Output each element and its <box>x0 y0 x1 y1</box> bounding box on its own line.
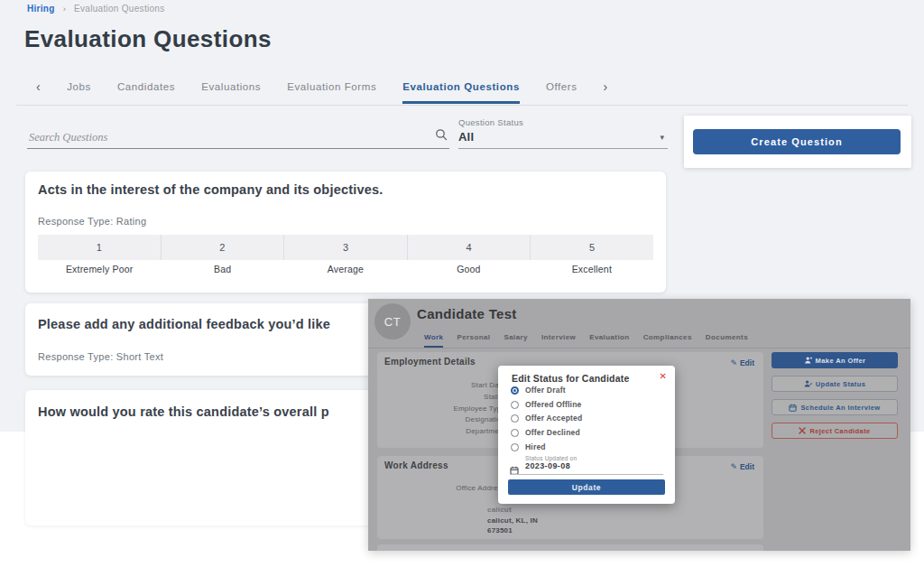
tab-jobs[interactable]: Jobs <box>67 81 91 101</box>
search-field <box>27 123 449 149</box>
rating-scale: 1 2 3 4 5 <box>38 235 653 260</box>
address-line-3: 673501 <box>487 525 538 536</box>
rating-labels: Extremely Poor Bad Average Good Excellen… <box>38 264 653 274</box>
rating-label-2: Bad <box>161 264 283 274</box>
question-text: Please add any additional feedback you’d… <box>38 317 330 331</box>
question-card-1: Acts in the interest of the company and … <box>25 172 666 293</box>
response-type-label: Response Type: Rating <box>38 216 146 227</box>
candidate-tab-interview[interactable]: Interview <box>541 333 576 348</box>
work-address-heading: Work Address <box>384 460 448 470</box>
page-title: Evaluation Questions <box>24 25 272 53</box>
close-icon[interactable]: ✕ <box>660 371 667 381</box>
candidate-tabs-divider <box>368 348 910 349</box>
rating-label-3: Average <box>284 264 407 274</box>
address-line-2: calicut, KL, IN <box>487 516 538 526</box>
tabs-divider <box>16 105 908 106</box>
radio-offer-draft[interactable]: Offer Draft <box>511 386 566 395</box>
field-employee-type: Employee Type <box>377 404 505 415</box>
update-status-button[interactable]: Update Status <box>772 376 898 392</box>
field-department: Department <box>377 426 505 438</box>
field-start-date: Start Date <box>377 380 505 392</box>
employment-field-labels: Start Date Status Employee Type Designat… <box>377 380 505 438</box>
radio-offer-accepted[interactable]: Offer Accepted <box>511 414 582 423</box>
tabs-scroll-right-icon[interactable]: › <box>604 81 608 92</box>
question-status-value: All <box>458 130 474 144</box>
make-an-offer-label: Make An Offer <box>816 357 866 365</box>
schedule-interview-label: Schedule An Interview <box>800 404 880 412</box>
rating-label-1: Extremely Poor <box>38 264 161 274</box>
status-date-field[interactable]: 2023-09-08 <box>525 461 570 470</box>
rating-label-5: Excellent <box>531 264 653 274</box>
work-address-edit-link[interactable]: ✎ Edit <box>730 462 754 471</box>
breadcrumb-current-page: Evaluation Questions <box>74 4 165 14</box>
calendar-icon[interactable] <box>510 462 519 479</box>
calendar-icon <box>789 404 797 412</box>
candidate-tab-documents[interactable]: Documents <box>706 333 748 348</box>
candidate-tab-compliances[interactable]: Compliances <box>643 333 692 348</box>
update-button[interactable]: Update <box>508 479 665 495</box>
candidate-tab-evaluation[interactable]: Evaluation <box>589 333 629 348</box>
make-an-offer-button[interactable]: Make An Offer <box>772 352 898 368</box>
rating-cell-5: 5 <box>531 235 653 260</box>
person-plus-icon <box>804 357 812 364</box>
create-question-panel: Create Question <box>684 116 911 168</box>
modal-title: Edit Status for Candidate <box>512 373 629 384</box>
status-updated-on-label: Status Updated on <box>525 455 577 461</box>
breadcrumb-hiring-link[interactable]: Hiring <box>27 4 55 14</box>
edit-label: Edit <box>740 358 754 367</box>
tab-evaluations[interactable]: Evaluations <box>201 81 261 101</box>
edit-label: Edit <box>740 462 754 471</box>
employment-edit-link[interactable]: ✎ Edit <box>730 358 754 367</box>
candidate-tab-bar: Work Personal Salary Interview Evaluatio… <box>424 333 748 348</box>
x-icon <box>799 427 806 434</box>
rating-cell-3: 3 <box>284 235 408 260</box>
radio-label: Offer Draft <box>525 386 566 395</box>
address-line-1: calicut <box>487 505 538 516</box>
question-text: How would you rate this candidate’s over… <box>38 404 329 419</box>
candidate-tab-work[interactable]: Work <box>424 333 443 348</box>
radio-label: Hired <box>525 442 546 451</box>
tab-evaluation-forms[interactable]: Evaluation Forms <box>287 81 376 101</box>
tab-evaluation-questions[interactable]: Evaluation Questions <box>402 81 520 104</box>
search-icon[interactable] <box>435 128 448 144</box>
candidate-tab-salary[interactable]: Salary <box>504 333 527 348</box>
radio-icon <box>511 401 519 409</box>
tabs-scroll-left-icon[interactable]: ‹ <box>36 81 41 92</box>
candidate-name: Candidate Test <box>417 306 517 321</box>
date-field-underline <box>510 474 663 475</box>
candidate-tab-personal[interactable]: Personal <box>457 333 490 348</box>
schedule-interview-button[interactable]: Schedule An Interview <box>772 399 898 415</box>
tab-bar: ‹ Jobs Candidates Evaluations Evaluation… <box>36 81 608 104</box>
radio-offer-declined[interactable]: Offer Declined <box>511 428 580 437</box>
pencil-icon: ✎ <box>730 463 737 471</box>
rating-label-4: Good <box>407 264 530 274</box>
radio-icon <box>511 429 519 437</box>
response-type-label: Response Type: Short Text <box>38 351 163 362</box>
create-question-button[interactable]: Create Question <box>693 129 901 154</box>
chevron-down-icon[interactable]: ▾ <box>660 133 664 142</box>
candidate-action-buttons: Make An Offer Update Status Schedule An … <box>772 352 898 439</box>
radio-selected-icon <box>511 386 519 395</box>
radio-label: Offer Accepted <box>525 414 582 423</box>
question-status-dropdown[interactable]: Question Status All ▾ <box>458 117 668 149</box>
tab-offers[interactable]: Offers <box>546 81 578 101</box>
radio-offered-offline[interactable]: Offered Offline <box>511 400 582 409</box>
reject-candidate-button[interactable]: Reject Candidate <box>772 423 898 439</box>
tab-candidates[interactable]: Candidates <box>117 81 175 101</box>
radio-label: Offer Declined <box>525 428 580 437</box>
office-address-label: Office Address <box>377 484 505 492</box>
rating-cell-4: 4 <box>408 235 531 260</box>
question-text: Acts in the interest of the company and … <box>38 182 383 197</box>
pencil-icon: ✎ <box>730 359 737 367</box>
search-input[interactable] <box>27 130 424 145</box>
radio-label: Offered Offline <box>525 400 582 409</box>
update-status-label: Update Status <box>816 380 866 388</box>
breadcrumb: Hiring › Evaluation Questions <box>27 4 165 14</box>
radio-hired[interactable]: Hired <box>511 442 546 451</box>
avatar: CT <box>374 303 411 339</box>
rating-cell-2: 2 <box>162 235 285 260</box>
rating-cell-1: 1 <box>38 235 162 260</box>
office-address-value: calicut calicut, KL, IN 673501 <box>487 505 538 536</box>
reject-candidate-label: Reject Candidate <box>809 427 870 435</box>
question-status-label: Question Status <box>458 117 523 127</box>
